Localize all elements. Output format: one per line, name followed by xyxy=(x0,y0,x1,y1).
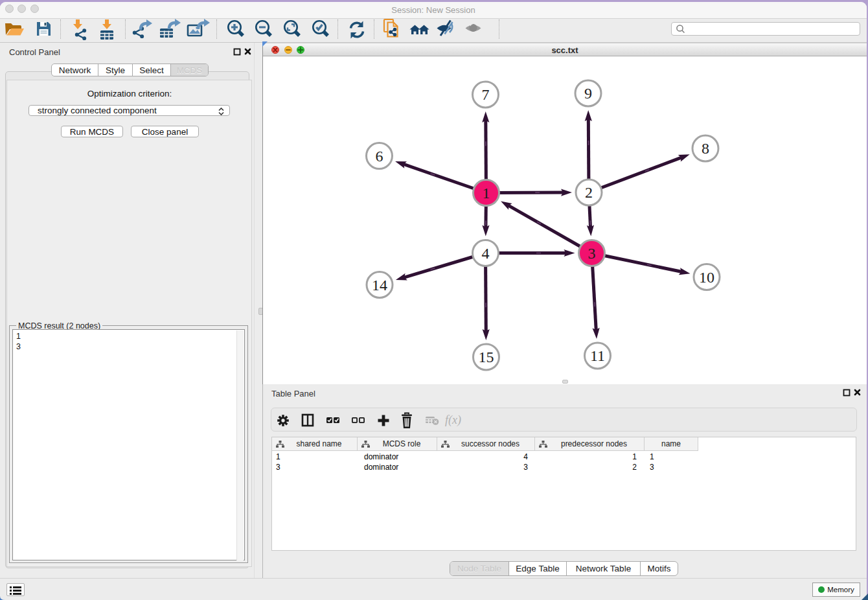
svg-text:2: 2 xyxy=(585,184,593,201)
svg-text:9: 9 xyxy=(584,85,592,102)
svg-text:10: 10 xyxy=(699,269,714,286)
svg-text:1: 1 xyxy=(483,185,490,202)
svg-text:7: 7 xyxy=(482,86,490,103)
svg-text:4: 4 xyxy=(482,245,490,262)
svg-text:11: 11 xyxy=(590,347,605,364)
svg-text:14: 14 xyxy=(372,277,387,294)
svg-text:6: 6 xyxy=(376,148,383,165)
svg-text:15: 15 xyxy=(479,349,494,365)
svg-text:8: 8 xyxy=(702,140,709,157)
svg-text:3: 3 xyxy=(588,245,596,262)
